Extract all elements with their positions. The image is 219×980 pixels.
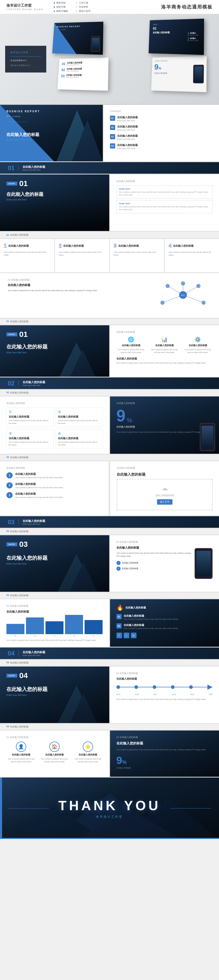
sec01b-right: 在此输入您的标题 🌐 在此输入您的标题 Your content is plac… [110, 325, 219, 377]
sec03-item2-label: 在此输入您的标题 [122, 567, 138, 570]
vs-num-1: 1 [6, 472, 13, 479]
sec03b-right: 🔥 在此输入您的标题 01 在此输入您的标题 Your content is p… [110, 599, 219, 647]
gate-badge-sec03: GATE 03 [6, 540, 28, 548]
nl-item-01: 01 在此输入您的标题 Enter your title here [110, 116, 213, 122]
sec01-content-label: 01 在此能入您的标题 [0, 232, 219, 238]
sec01-left-content: GATE 01 在此能入您的标题 Enter your title here [6, 180, 103, 201]
sec02b-l-label: 在此输入您的标题 [6, 466, 102, 470]
feature-icon-2: ② [58, 410, 100, 414]
sec03b-r-header: 🔥 在此输入您的标题 [117, 605, 213, 611]
iso-slide4-left: 在此输入您的标题 9% 在此输入您的标题 [153, 59, 191, 89]
sec04-heading: 在此输入您的标题 [22, 650, 45, 654]
network-title: 在此能入您的标题 [8, 283, 150, 287]
feature-label-2: 创意可视 [56, 5, 66, 9]
check-icon-2: ✓ [75, 6, 78, 8]
sec03a-l-content: GATE 03 在此输入您的标题 Enter your title here [6, 540, 103, 565]
bar-fill-3 [45, 621, 64, 634]
sec04b-l-label: 04 在此输入您的标题 [6, 736, 103, 739]
slide-row-sec03b: 03 在此输入您的标题 在此输入您的标题 A B C D [0, 599, 219, 647]
iso-num-01: 01 [62, 62, 66, 65]
content-cards-row: 1 在此输入您的标题 Your content is placed here t… [0, 239, 219, 272]
timeline-area [117, 684, 213, 690]
sec03a-title-block: 在此输入您的标题 Enter your title here [6, 555, 103, 565]
sec02a-l-label: 在此输入您的标题 [6, 402, 103, 405]
social-icon-1: f [117, 633, 122, 638]
slide-row-sec01b: GATE 01 在此输入您的标题 Enter your title here 在… [0, 325, 219, 377]
sec03b-l-num: 03 [6, 594, 9, 597]
nl-num-01: 01 [110, 116, 115, 121]
sec04a-l-content: GATE 04 在此输入您的标题 Enter your title here [6, 672, 103, 696]
vs-num-3: 3 [6, 492, 13, 498]
sec04b-stat-label: 在此输入您的标题 [117, 767, 213, 769]
content-card-3: 3 在此输入您的标题 Your content is placed here t… [110, 239, 164, 272]
page-wrapper: 洛羊设计工作室 LUOYANG Design Studio 商务定制 创意可视 … [0, 0, 219, 839]
sec02b-l-text: 在此输入您的标题 [10, 456, 29, 459]
iso-s4-subtitle: 在此输入您的标题 [155, 59, 191, 62]
info-icon-1-title: 在此输入您的标题 [122, 344, 140, 347]
iso-item-01: 01 在此输入您的标题 Enter your title here [62, 61, 105, 66]
card4-body: Your content is placed here to lay. And … [169, 251, 215, 256]
iso-item-02-sub: Enter your title here [66, 70, 82, 72]
phone-mock-area [200, 423, 215, 451]
sec04a-right: 04 在此输入您的标题 在此输入您的标题 2015 2016 2017 [110, 667, 219, 723]
iso-phone1-screen [92, 38, 99, 50]
check-icon-3: ✓ [75, 10, 78, 12]
sec03-item-1: 1 在此输入您的标题 [117, 561, 191, 565]
sec04-text: 在此输入您的标题 Enter your title here [22, 650, 45, 657]
fi-body-3: Your content is placed here to lay. And … [9, 441, 51, 446]
tl-line-2 [138, 687, 153, 687]
nl-body-03: Enter your title here [117, 138, 138, 141]
nl-title-02: 在此输入您的标题 [117, 125, 138, 129]
info-icon-2: 📊 在此输入您的标题 Your content is placed here t… [150, 336, 179, 354]
feature-box-4: ④ 在此输入您的标题 Your content is placed here t… [56, 429, 102, 449]
feature-label-3: 精美可编辑 [56, 10, 68, 13]
tl-label-2: 2016 [135, 694, 139, 695]
nl-num-03: 03 [110, 134, 115, 139]
phone-large-screen [197, 551, 211, 576]
upload-button[interactable]: 输入文字 [157, 499, 173, 504]
card3-header: 3 在此输入您的标题 [114, 243, 160, 249]
tl-line-3 [156, 687, 171, 687]
your-text-box-1: YOUR TEXT Your content is placed here to… [117, 186, 213, 199]
gate-num-03: 03 [19, 540, 28, 548]
card4-header: 4 在此输入您的标题 [169, 243, 215, 249]
iso-item-02-title: 在此输入您的标题 [67, 68, 82, 70]
cover-content: BUSNISS REPORT 洛羊 · Luoyang 在此输入您的标题 Ent… [0, 105, 103, 146]
slide-row-sec01: GATE 01 在此能入您的标题 Enter your title here 在… [0, 175, 219, 231]
sec04b-r-content: 04 在此输入您的标题 在此输入您的标题 Your content is pla… [117, 736, 213, 769]
gear-icon: ⚙️ [195, 336, 201, 342]
card2-header: 2 在此输入您的标题 [59, 243, 106, 249]
features-col1: 商务定制 创意可视 精美可编辑 [54, 1, 68, 13]
feature-item-6: ✓ 商业计划书 [75, 10, 91, 13]
iso-phone-2 [193, 65, 204, 83]
sec01-subheading: Enter your title here [22, 169, 45, 171]
bar-1: A [6, 624, 24, 637]
section03-divider: 03 在此输入您的标题 Enter your title here [0, 516, 219, 528]
fi-title-2: 在此输入您的标题 [58, 415, 100, 418]
studio-name-en: LUOYANG Design Studio [6, 8, 43, 11]
sec03a-r-items: 1 在此输入您的标题 2 在此输入您的标题 [117, 561, 191, 571]
sec02a-left: 在此输入您的标题 ① 在此输入您的标题 Your content is plac… [0, 396, 109, 454]
feature-icon-1: ① [9, 410, 51, 414]
sec03b-nl-2: 02 在此输入您的标题 Your content is placed here … [117, 624, 213, 630]
feature-item-4: ✓ 工作汇报 [75, 1, 91, 5]
thank-you-section: THANK YOU 洛羊设计工作室 [0, 778, 219, 839]
cover-sub: 洛羊 · Luoyang [6, 115, 96, 118]
iso-slide3-title: 在此输入您的标题 [153, 31, 169, 34]
sec03b-nl-title-2: 在此输入您的标题 [124, 624, 179, 627]
sec02a-r-label: 在此输入您的标题 [117, 402, 213, 405]
cover-title-en: Enter your title here [6, 138, 96, 141]
studio-name-cn: 洛羊设计工作室 [6, 3, 38, 8]
network-left: 01 在此输入您的标题 在此能入您的标题 Your content is pla… [8, 278, 150, 313]
iso-s4-body: 在此输入您的标题 [154, 72, 191, 75]
sec02-heading: 在此输入您的标题 [22, 380, 45, 384]
iso-slide4-inner: 在此输入您的标题 9% 在此输入您的标题 [153, 59, 204, 89]
iso-item-01-text: 在此输入您的标题 Enter your title here [67, 61, 82, 66]
network-body: Your content is placed here to lay. And … [8, 289, 150, 292]
cover-title-zh: 在此输入您的标题 [6, 132, 96, 137]
sec03a-title-en: Enter your title here [6, 562, 103, 565]
content-card-1: 1 在此输入您的标题 Your content is placed here t… [0, 239, 54, 272]
cover-divider [6, 121, 27, 122]
svg-point-9 [197, 284, 200, 288]
iso-s3-item2: 在此输入 Enter your title [188, 37, 201, 41]
